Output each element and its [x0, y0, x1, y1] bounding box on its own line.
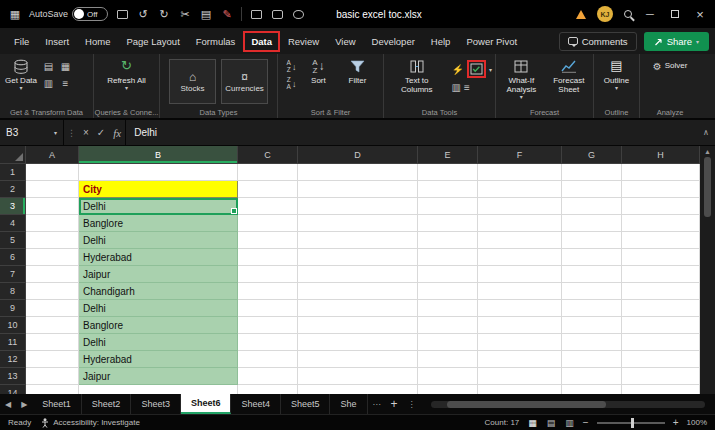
row-header-7[interactable]: 7: [0, 266, 26, 283]
cell-F10[interactable]: [478, 317, 562, 334]
cell-C14[interactable]: [238, 385, 298, 394]
cell-E10[interactable]: [418, 317, 478, 334]
cell-D4[interactable]: [298, 215, 418, 232]
cell-A4[interactable]: [26, 215, 79, 232]
cell-D8[interactable]: [298, 283, 418, 300]
cell-C11[interactable]: [238, 334, 298, 351]
sheet-nav-right-icon[interactable]: ▶: [16, 400, 32, 409]
chevron-down-icon[interactable]: ▾: [489, 66, 492, 73]
cell-A8[interactable]: [26, 283, 79, 300]
vertical-scrollbar[interactable]: ▲: [700, 146, 715, 394]
horizontal-scrollbar[interactable]: [431, 401, 705, 408]
row-header-4[interactable]: 4: [0, 215, 26, 232]
pen-icon[interactable]: ✎: [220, 7, 234, 21]
cell-B1[interactable]: [79, 164, 238, 181]
cell-E14[interactable]: [418, 385, 478, 394]
app-grid-icon[interactable]: ▦: [8, 7, 22, 21]
cell-F4[interactable]: [478, 215, 562, 232]
column-header-d[interactable]: D: [298, 146, 418, 164]
cell-H6[interactable]: [622, 249, 700, 266]
row-header-10[interactable]: 10: [0, 317, 26, 334]
cell-B12[interactable]: Hyderabad: [79, 351, 238, 368]
cell-H7[interactable]: [622, 266, 700, 283]
cell-G2[interactable]: [562, 181, 622, 198]
cell-G10[interactable]: [562, 317, 622, 334]
autosave-switch[interactable]: Off: [72, 7, 108, 21]
new-file-icon[interactable]: [249, 7, 263, 21]
cell-F6[interactable]: [478, 249, 562, 266]
sheet-tab-she[interactable]: She: [330, 394, 367, 414]
cell-B10[interactable]: Banglore: [79, 317, 238, 334]
row-header-2[interactable]: 2: [0, 181, 26, 198]
cell-C6[interactable]: [238, 249, 298, 266]
warning-icon[interactable]: [576, 10, 586, 19]
row-header-5[interactable]: 5: [0, 232, 26, 249]
sheet-tab-sheet5[interactable]: Sheet5: [281, 394, 331, 414]
cell-H13[interactable]: [622, 368, 700, 385]
tab-view[interactable]: View: [327, 31, 363, 52]
cell-D9[interactable]: [298, 300, 418, 317]
insert-function-icon[interactable]: fx: [109, 127, 125, 139]
undo-icon[interactable]: ↺: [136, 7, 150, 21]
cell-E3[interactable]: [418, 198, 478, 215]
cell-A13[interactable]: [26, 368, 79, 385]
cell-E5[interactable]: [418, 232, 478, 249]
cell-B4[interactable]: Banglore: [79, 215, 238, 232]
cell-H3[interactable]: [622, 198, 700, 215]
cell-H11[interactable]: [622, 334, 700, 351]
autosave-toggle[interactable]: AutoSave Off: [29, 7, 108, 21]
cell-A7[interactable]: [26, 266, 79, 283]
cell-E9[interactable]: [418, 300, 478, 317]
from-table-range-icon[interactable]: ▥: [41, 76, 56, 91]
outline-button[interactable]: ▤ Outline ▾: [600, 57, 634, 106]
cell-C8[interactable]: [238, 283, 298, 300]
cell-B5[interactable]: Delhi: [79, 232, 238, 249]
scroll-up-icon[interactable]: ▲: [704, 148, 711, 155]
consolidate-icon[interactable]: ≡: [464, 82, 470, 93]
row-header-14[interactable]: 14: [0, 385, 26, 394]
cell-A10[interactable]: [26, 317, 79, 334]
zoom-slider[interactable]: [597, 422, 665, 424]
formula-bar-expand-icon[interactable]: ∧: [697, 128, 715, 137]
column-header-h[interactable]: H: [622, 146, 700, 164]
tab-formulas[interactable]: Formulas: [188, 31, 244, 52]
cell-E12[interactable]: [418, 351, 478, 368]
cell-H1[interactable]: [622, 164, 700, 181]
cell-F13[interactable]: [478, 368, 562, 385]
cell-C10[interactable]: [238, 317, 298, 334]
camera-icon[interactable]: [291, 7, 305, 21]
column-header-e[interactable]: E: [418, 146, 478, 164]
recent-sources-icon[interactable]: ≡: [58, 76, 73, 91]
cell-G14[interactable]: [562, 385, 622, 394]
row-header-12[interactable]: 12: [0, 351, 26, 368]
cell-A9[interactable]: [26, 300, 79, 317]
sheet-tab-sheet4[interactable]: Sheet4: [231, 394, 281, 414]
cell-B13[interactable]: Jaipur: [79, 368, 238, 385]
cell-G12[interactable]: [562, 351, 622, 368]
cell-F7[interactable]: [478, 266, 562, 283]
save-icon[interactable]: [115, 7, 129, 21]
cell-C2[interactable]: [238, 181, 298, 198]
cell-H12[interactable]: [622, 351, 700, 368]
cell-H5[interactable]: [622, 232, 700, 249]
sheet-options-icon[interactable]: ⋮: [403, 400, 421, 409]
cell-F11[interactable]: [478, 334, 562, 351]
row-header-11[interactable]: 11: [0, 334, 26, 351]
cell-D3[interactable]: [298, 198, 418, 215]
cell-C1[interactable]: [238, 164, 298, 181]
new-sheet-button[interactable]: +: [386, 397, 403, 411]
scrollbar-thumb[interactable]: [447, 401, 606, 408]
cell-B14[interactable]: [79, 385, 238, 394]
forecast-sheet-button[interactable]: Forecast Sheet: [548, 57, 590, 106]
filter-button[interactable]: Filter: [340, 57, 374, 106]
sheet-tab-sheet2[interactable]: Sheet2: [82, 394, 132, 414]
what-if-analysis-button[interactable]: What-If Analysis ▾: [499, 57, 544, 106]
cell-D5[interactable]: [298, 232, 418, 249]
tab-data[interactable]: Data: [243, 31, 280, 52]
column-header-g[interactable]: G: [562, 146, 622, 164]
cell-H2[interactable]: [622, 181, 700, 198]
redo-icon[interactable]: ↻: [157, 7, 171, 21]
cell-F1[interactable]: [478, 164, 562, 181]
tab-developer[interactable]: Developer: [364, 31, 423, 52]
solver-button[interactable]: ⚙ Solver: [650, 57, 691, 106]
